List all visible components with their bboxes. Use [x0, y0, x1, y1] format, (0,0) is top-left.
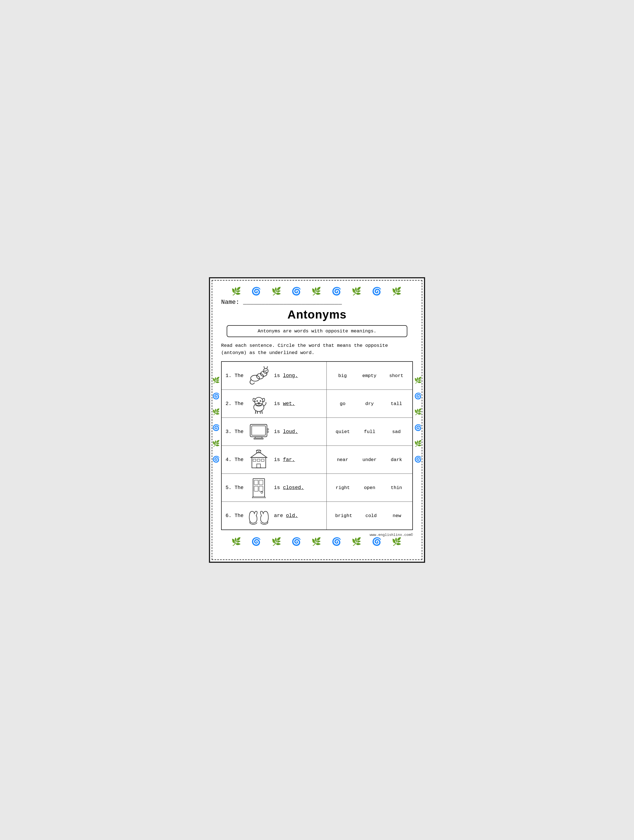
svg-line-18 [262, 411, 262, 414]
option-1: near [336, 457, 349, 463]
definition-box: Antonyms are words with opposite meaning… [227, 325, 407, 337]
footer-text: www.englishlinx.com© [221, 533, 413, 537]
options-cell: quiet full sad [327, 418, 413, 446]
sentence-cell: 3. The [221, 418, 327, 446]
svg-point-23 [267, 428, 268, 430]
options-cell: bright cold new [327, 502, 413, 530]
svg-rect-38 [259, 486, 263, 491]
option-1: right [336, 485, 350, 490]
name-field: Name: ___________________________ [221, 299, 413, 306]
sentence-cell: 6. The [221, 502, 327, 530]
option-2: under [363, 457, 377, 463]
options-cell: right open thin [327, 474, 413, 502]
mittens-icon [246, 505, 271, 527]
option-1: bright [335, 513, 352, 518]
svg-point-39 [261, 491, 263, 493]
option-1: go [336, 401, 350, 406]
svg-marker-26 [251, 452, 267, 458]
svg-point-24 [267, 431, 268, 432]
sentence-cell: 5. The [221, 474, 327, 502]
door-icon [246, 477, 271, 499]
sentence-verb: is far. [274, 457, 295, 463]
option-3: thin [390, 485, 404, 490]
right-border-decor: 🌿🌀🌿🌀🌿🌀 [414, 377, 422, 463]
svg-point-9 [267, 366, 268, 367]
instructions: Read each sentence. Circle the word that… [221, 342, 413, 356]
sentence-verb: is wet. [274, 401, 295, 406]
sentence-verb: is loud. [274, 429, 298, 434]
options-cell: near under dark [327, 446, 413, 474]
top-border-decor: 🌿🌀🌿🌀🌿🌀🌿🌀🌿 [227, 287, 407, 296]
svg-rect-37 [254, 486, 258, 491]
sentence-cell: 4. The [221, 446, 327, 474]
svg-point-13 [260, 400, 261, 402]
row-number: 1. The [226, 373, 244, 378]
svg-rect-31 [261, 459, 264, 461]
sentence-verb: is long. [274, 373, 298, 378]
options-cell: big empty short [327, 362, 413, 390]
sentence-verb: are old. [274, 513, 298, 518]
table-row: 6. The [221, 502, 413, 530]
row-number: 6. The [226, 513, 244, 518]
option-2: full [363, 429, 377, 434]
svg-rect-29 [253, 459, 256, 461]
svg-line-16 [257, 411, 258, 414]
svg-rect-30 [257, 459, 260, 461]
svg-rect-40 [252, 497, 265, 498]
svg-line-17 [260, 411, 260, 414]
svg-point-14 [258, 402, 260, 404]
option-1: quiet [336, 429, 350, 434]
svg-rect-36 [259, 480, 263, 485]
row-number: 2. The [226, 401, 244, 406]
option-2: empty [362, 373, 376, 378]
table-row: 1. The [221, 362, 413, 390]
school-icon [246, 448, 271, 471]
option-3: dark [390, 457, 404, 463]
table-row: 5. The [221, 474, 413, 502]
row-number: 5. The [226, 485, 244, 490]
svg-rect-22 [254, 438, 263, 439]
option-3: tall [390, 401, 404, 406]
svg-rect-32 [257, 464, 260, 468]
svg-line-15 [255, 411, 256, 414]
table-row: 2. The [221, 390, 413, 418]
table-row: 4. The [221, 446, 413, 474]
option-1: big [336, 373, 349, 378]
row-number: 4. The [226, 457, 244, 463]
table-row: 3. The [221, 418, 413, 446]
option-2: open [363, 485, 377, 490]
svg-point-3 [263, 368, 268, 373]
svg-point-7 [263, 366, 265, 367]
svg-rect-35 [254, 480, 258, 485]
worm-icon [246, 365, 271, 387]
svg-rect-20 [252, 426, 265, 435]
sentence-cell: 2. The [221, 390, 327, 418]
sentence-verb: is closed. [274, 485, 304, 490]
options-cell: go dry tall [327, 390, 413, 418]
option-2: dry [363, 401, 377, 406]
option-2: cold [364, 513, 378, 518]
option-3: sad [390, 429, 404, 434]
tv-icon [246, 420, 271, 443]
svg-point-5 [266, 370, 267, 371]
worksheet-page: 🌿🌀🌿🌀🌿🌀🌿🌀🌿 🌿🌀🌿🌀🌿🌀 🌿🌀🌿🌀🌿🌀 Name: __________… [209, 277, 425, 563]
sentence-cell: 1. The [221, 362, 327, 390]
option-3: short [390, 373, 404, 378]
worksheet-table: 1. The [221, 361, 413, 530]
svg-point-12 [256, 400, 258, 402]
bottom-border-decor: 🌿🌀🌿🌀🌿🌀🌿🌀🌿 [227, 537, 407, 546]
option-3: new [390, 513, 404, 518]
dog-icon [246, 393, 271, 415]
left-border-decor: 🌿🌀🌿🌀🌿🌀 [212, 377, 220, 463]
page-title: Antonyms [221, 308, 413, 321]
svg-rect-19 [250, 424, 267, 436]
row-number: 3. The [226, 429, 244, 434]
svg-point-4 [264, 370, 265, 371]
